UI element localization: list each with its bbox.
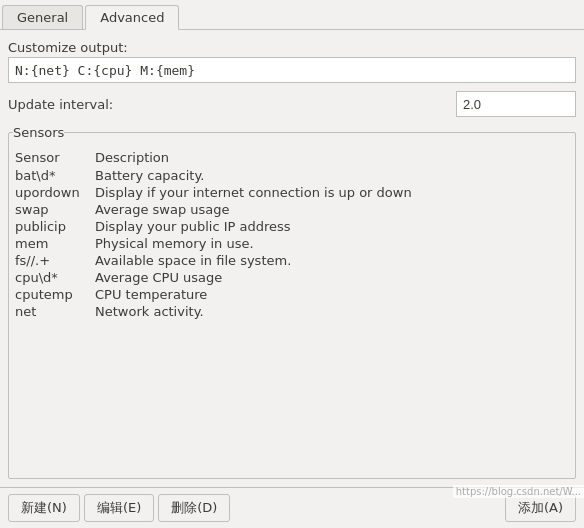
tab-bar: General Advanced <box>0 0 584 30</box>
sensor-name: fs//.+ <box>15 253 95 268</box>
sensor-col-name: Sensor <box>15 150 95 165</box>
sensor-description: Physical memory in use. <box>95 236 569 251</box>
sensor-description: Display if your internet connection is u… <box>95 185 569 200</box>
table-row: memPhysical memory in use. <box>15 235 569 252</box>
update-interval-row: Update interval: <box>8 91 576 117</box>
customize-output-label: Customize output: <box>8 40 576 55</box>
sensor-name: cputemp <box>15 287 95 302</box>
sensors-group: Sensors Sensor Description bat\d*Battery… <box>8 125 576 479</box>
sensor-name: net <box>15 304 95 319</box>
sensor-description: Network activity. <box>95 304 569 319</box>
left-button-group: 新建(N) 编辑(E) 删除(D) <box>8 494 230 522</box>
add-button[interactable]: 添加(A) <box>505 494 576 522</box>
table-row: bat\d*Battery capacity. <box>15 167 569 184</box>
customize-output-input[interactable] <box>8 57 576 83</box>
sensor-description: Display your public IP address <box>95 219 569 234</box>
table-row: cputempCPU temperature <box>15 286 569 303</box>
table-row: publicipDisplay your public IP address <box>15 218 569 235</box>
sensor-description: Average CPU usage <box>95 270 569 285</box>
table-row: netNetwork activity. <box>15 303 569 320</box>
sensor-description: Available space in file system. <box>95 253 569 268</box>
sensor-description: CPU temperature <box>95 287 569 302</box>
sensor-name: swap <box>15 202 95 217</box>
update-interval-label: Update interval: <box>8 97 113 112</box>
sensor-col-description: Description <box>95 150 569 165</box>
table-row: cpu\d*Average CPU usage <box>15 269 569 286</box>
edit-button[interactable]: 编辑(E) <box>84 494 154 522</box>
sensor-description: Battery capacity. <box>95 168 569 183</box>
bottom-bar: 新建(N) 编辑(E) 删除(D) 添加(A) <box>0 487 584 528</box>
table-row: upordownDisplay if your internet connect… <box>15 184 569 201</box>
sensor-name: upordown <box>15 185 95 200</box>
table-row: swapAverage swap usage <box>15 201 569 218</box>
update-interval-input[interactable] <box>456 91 576 117</box>
customize-output-field: Customize output: <box>8 40 576 83</box>
sensor-name: mem <box>15 236 95 251</box>
sensors-table: bat\d*Battery capacity.upordownDisplay i… <box>15 167 569 472</box>
sensor-name: bat\d* <box>15 168 95 183</box>
sensors-group-label: Sensors <box>13 125 64 140</box>
tab-advanced[interactable]: Advanced <box>85 5 179 30</box>
sensor-name: cpu\d* <box>15 270 95 285</box>
sensors-table-header: Sensor Description <box>15 148 569 167</box>
delete-button[interactable]: 删除(D) <box>158 494 230 522</box>
tab-general[interactable]: General <box>2 5 83 29</box>
sensor-name: publicip <box>15 219 95 234</box>
sensor-description: Average swap usage <box>95 202 569 217</box>
right-button-group: 添加(A) <box>505 494 576 522</box>
content-area: Customize output: Update interval: Senso… <box>0 30 584 487</box>
window: General Advanced Customize output: Updat… <box>0 0 584 528</box>
table-row: fs//.+Available space in file system. <box>15 252 569 269</box>
new-button[interactable]: 新建(N) <box>8 494 80 522</box>
